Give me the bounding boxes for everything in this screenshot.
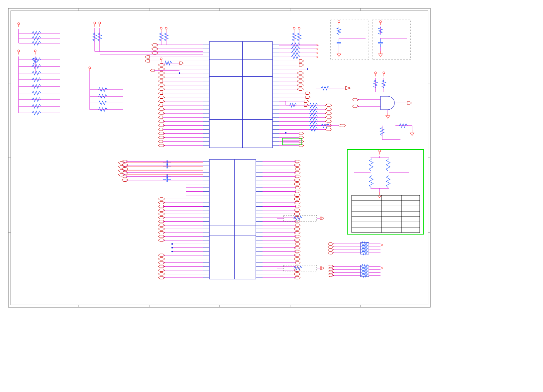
svg-rect-30	[209, 236, 234, 279]
svg-rect-28	[209, 226, 234, 236]
svg-rect-0	[8, 8, 430, 307]
svg-rect-1	[11, 11, 428, 305]
svg-point-356	[99, 22, 101, 24]
svg-point-95	[317, 48, 318, 49]
schematic-diagram	[7, 7, 432, 309]
svg-point-378	[380, 21, 381, 23]
svg-point-406	[379, 150, 381, 152]
svg-rect-25	[243, 120, 272, 148]
svg-point-153	[293, 27, 295, 29]
svg-point-322	[320, 267, 322, 269]
svg-point-332	[34, 50, 36, 52]
svg-rect-31	[234, 236, 256, 279]
svg-point-261	[171, 251, 173, 252]
svg-point-101	[317, 56, 318, 57]
svg-point-256	[171, 247, 173, 248]
svg-point-108	[307, 68, 308, 70]
svg-rect-29	[234, 226, 256, 236]
svg-point-251	[171, 243, 173, 245]
svg-point-318	[320, 218, 322, 219]
svg-rect-21	[243, 60, 272, 76]
svg-point-444	[381, 267, 383, 269]
svg-point-92	[317, 44, 318, 46]
svg-rect-23	[243, 76, 272, 120]
svg-rect-19	[243, 42, 272, 60]
svg-point-150	[285, 132, 287, 134]
svg-point-98	[317, 52, 318, 53]
svg-rect-18	[209, 42, 243, 60]
svg-rect-24	[209, 120, 243, 148]
svg-rect-27	[234, 159, 256, 226]
svg-rect-20	[209, 60, 243, 76]
svg-point-391	[383, 72, 385, 74]
svg-point-89	[165, 27, 167, 29]
svg-point-156	[298, 27, 300, 29]
svg-rect-376	[372, 20, 410, 60]
svg-point-388	[375, 72, 377, 74]
svg-point-330	[18, 50, 20, 52]
svg-point-434	[381, 245, 383, 246]
svg-point-367	[338, 21, 340, 23]
svg-point-346	[89, 67, 91, 69]
svg-point-324	[18, 23, 20, 25]
svg-rect-22	[209, 76, 243, 120]
svg-point-360	[160, 58, 162, 60]
svg-rect-26	[209, 159, 234, 226]
svg-point-364	[179, 72, 180, 74]
svg-point-86	[160, 27, 162, 29]
svg-point-352	[94, 22, 96, 24]
svg-rect-404	[347, 149, 424, 234]
svg-rect-365	[331, 20, 369, 60]
